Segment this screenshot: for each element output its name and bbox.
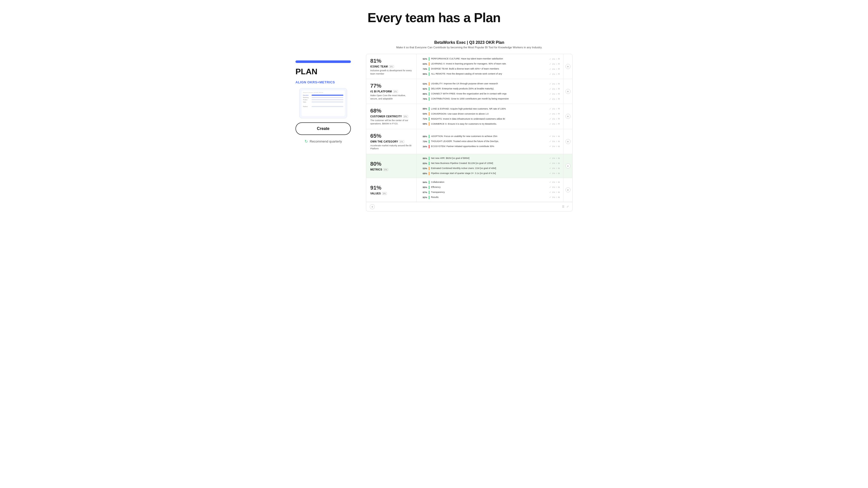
kr-icons-own-category-2: ✓ 1% ☆ ⧉	[549, 145, 560, 148]
page-title: Every team has a Plan	[258, 10, 610, 25]
preview-label-5: Platform	[303, 106, 311, 107]
kr-star-icon: ☆	[556, 93, 557, 95]
kr-row-bi-platform-0: 53% USABILITY: Improve the UX through pu…	[420, 82, 560, 86]
footer-icons: ☰ ⤢	[562, 205, 569, 208]
kr-star-icon: ☆	[556, 196, 557, 198]
add-kr-button-values[interactable]: +	[565, 187, 570, 192]
kr-icons-values-1: ✓ 1% ☆ ⧉	[549, 186, 560, 189]
kr-score-own-category-0: 88%	[420, 135, 427, 138]
kr-check-icon: ✓	[549, 162, 551, 164]
objective-cell-own-category: 65%OWN THE CATEGORY 1%Accelerate market …	[366, 129, 416, 154]
recommend-text: Recommend quarterly	[310, 139, 342, 143]
kr-icons-values-2: ✓ 1% ☆ ⧉	[549, 191, 560, 194]
kr-check-icon: ✓	[549, 98, 551, 100]
kr-score-bi-platform-0: 53%	[420, 83, 427, 85]
add-btn-cell-iconic-team: +	[563, 54, 572, 79]
kr-row-metrics-3: 68% Pipeline coverage start of quarter s…	[420, 172, 560, 175]
obj-score-metrics: 80%	[370, 161, 412, 167]
kr-icons-iconic-team-0: ✓ 1% ☆ ⧉	[549, 58, 560, 60]
kr-icons-own-category-1: ✓ 1% ☆ ⧉	[549, 140, 560, 143]
kr-bar-values-3	[429, 196, 430, 199]
okr-section-own-category: 65%OWN THE CATEGORY 1%Accelerate market …	[366, 129, 572, 154]
add-kr-button-iconic-team[interactable]: +	[565, 64, 570, 69]
obj-name-metrics: METRICS 1%	[370, 168, 412, 171]
kr-text-metrics-3: Pipeline coverage start of quarter stage…	[431, 172, 548, 175]
kr-bar-iconic-team-1	[429, 62, 430, 66]
obj-tag-own-category: 1%	[399, 140, 404, 143]
kr-tag-icon: 1%	[552, 162, 555, 164]
kr-tag-icon: 1%	[552, 88, 555, 90]
kr-icons-customer-centricity-1: ✓ 1% ☆ ⧉	[549, 112, 560, 115]
kr-tag-icon: 1%	[552, 68, 555, 70]
footer-add-button[interactable]: +	[370, 204, 375, 209]
kr-cell-values: 94% Collaboration ✓ 1% ☆ ⧉ 95% Efficienc…	[416, 178, 563, 202]
kr-text-own-category-1: THOUGHT LEADER: Trusted voice about the …	[431, 140, 548, 143]
kr-check-icon: ✓	[549, 181, 551, 183]
kr-copy-icon: ⧉	[558, 140, 560, 143]
kr-text-metrics-2: Estimated Combined Monthly Active Users:…	[431, 167, 548, 170]
kr-tag-icon: 1%	[552, 135, 555, 137]
kr-star-icon: ☆	[556, 88, 557, 90]
kr-bar-metrics-0	[429, 157, 430, 160]
obj-desc-bi-platform: Make Open Core the most intuitive, secur…	[370, 94, 412, 100]
preview-bar-1	[312, 95, 343, 96]
kr-text-values-1: Efficiency	[431, 186, 548, 189]
kr-bar-customer-centricity-1	[429, 112, 430, 116]
kr-tag-icon: 1%	[552, 167, 555, 169]
add-kr-button-customer-centricity[interactable]: +	[565, 114, 570, 119]
kr-tag-icon: 1%	[552, 172, 555, 174]
okr-section-bi-platform: 77%#1 BI PLATFORM 1%Make Open Core the m…	[366, 79, 572, 104]
kr-copy-icon: ⧉	[558, 68, 560, 70]
kr-row-iconic-team-1: 63% LEARNING X: Invest in learning progr…	[420, 62, 560, 66]
kr-tag-icon: 1%	[552, 123, 555, 125]
kr-tag-icon: 1%	[552, 113, 555, 115]
kr-copy-icon: ⧉	[558, 107, 560, 110]
kr-tag-icon: 1%	[552, 108, 555, 110]
obj-desc-iconic-team: Inclusive growth & development for every…	[370, 69, 412, 75]
kr-icons-metrics-3: ✓ 1% ☆ ⧉	[549, 172, 560, 175]
kr-text-customer-centricity-0: LAND & EXPAND: Acquire high-potential ne…	[431, 107, 548, 110]
kr-bar-values-0	[429, 181, 430, 184]
add-kr-button-bi-platform[interactable]: +	[565, 89, 570, 94]
kr-row-metrics-2: 53% Estimated Combined Monthly Active Us…	[420, 167, 560, 170]
add-kr-button-metrics[interactable]: +	[565, 163, 570, 168]
add-btn-cell-metrics: +	[563, 154, 572, 178]
kr-bar-values-1	[429, 186, 430, 189]
kr-score-bi-platform-3: 76%	[420, 98, 427, 100]
kr-star-icon: ☆	[556, 186, 557, 188]
kr-tag-icon: 1%	[552, 191, 555, 193]
objective-cell-bi-platform: 77%#1 BI PLATFORM 1%Make Open Core the m…	[366, 79, 416, 104]
add-kr-button-own-category[interactable]: +	[565, 139, 570, 144]
kr-check-icon: ✓	[549, 68, 551, 70]
kr-copy-icon: ⧉	[558, 98, 560, 100]
obj-score-customer-centricity: 68%	[370, 107, 412, 114]
filter-icon[interactable]: ☰	[562, 205, 564, 208]
objective-cell-customer-centricity: 68%CUSTOMER CENTRICITY 1%The customer wi…	[366, 104, 416, 129]
kr-row-bi-platform-1: 92% DELIVER: Enterprise ready products (…	[420, 87, 560, 91]
kr-score-iconic-team-3: 95%	[420, 73, 427, 75]
obj-tag-values: 1%	[382, 192, 387, 195]
kr-bar-customer-centricity-3	[429, 122, 430, 126]
kr-text-bi-platform-2: CONNECT WITH FREE: Know the organization…	[431, 92, 548, 95]
preview-label-2: Marketing	[303, 97, 311, 98]
kr-row-iconic-team-3: 95% ALL REMOTE: Host the deepest catalog…	[420, 72, 560, 76]
kr-text-values-0: Collaboration	[431, 181, 548, 184]
kr-star-icon: ☆	[556, 58, 557, 60]
kr-bar-bi-platform-1	[429, 87, 430, 91]
create-button[interactable]: Create	[296, 122, 351, 135]
kr-row-values-0: 94% Collaboration ✓ 1% ☆ ⧉	[420, 181, 560, 184]
kr-score-own-category-2: 34%	[420, 145, 427, 148]
kr-icons-customer-centricity-2: ✓ 1% ☆ ⧉	[549, 118, 560, 120]
kr-text-customer-centricity-1: CONVERSION: Use-case driven conversion t…	[431, 112, 548, 116]
kr-row-iconic-team-0: 92% PERFORMANCE CULTURE: Have top talent…	[420, 57, 560, 61]
kr-bar-metrics-3	[429, 172, 430, 175]
kr-score-values-1: 95%	[420, 186, 427, 189]
kr-check-icon: ✓	[549, 172, 551, 174]
preview-row-1: Executive	[303, 94, 343, 96]
kr-text-own-category-0: ADOPTION: Focus on usability for new cus…	[431, 135, 548, 138]
kr-cell-own-category: 88% ADOPTION: Focus on usability for new…	[416, 129, 563, 154]
kr-row-own-category-0: 88% ADOPTION: Focus on usability for new…	[420, 135, 560, 138]
obj-name-own-category: OWN THE CATEGORY 1%	[370, 140, 412, 143]
expand-icon[interactable]: ⤢	[566, 205, 569, 208]
kr-score-customer-centricity-1: 54%	[420, 112, 427, 115]
